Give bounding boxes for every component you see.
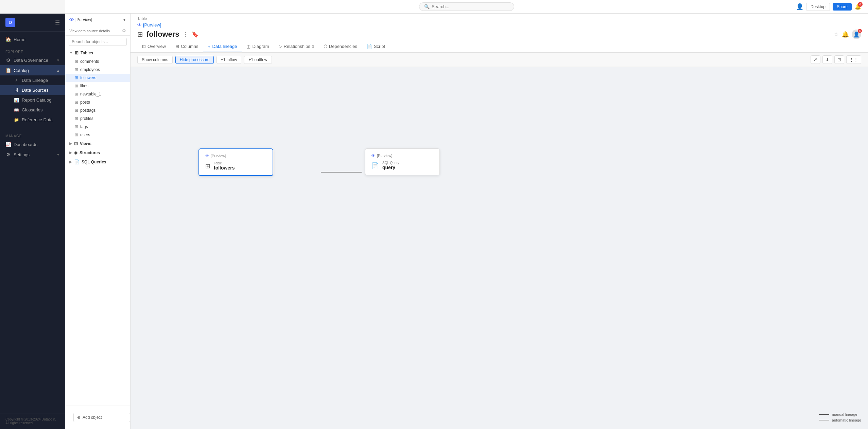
legend-manual: manual lineage — [819, 412, 861, 416]
sidebar-item-settings[interactable]: ⚙ Settings ▼ — [0, 149, 65, 160]
show-columns-button[interactable]: Show columns — [137, 56, 173, 64]
chevron-right-structures-icon: ▶ — [69, 151, 72, 155]
tables-tree-header[interactable]: ▼ ⊞ Tables — [65, 48, 130, 57]
tree-item-followers[interactable]: ⊞ followers — [65, 74, 130, 82]
tables-icon: ⊞ — [75, 50, 79, 55]
sql-query-node-icon: 📄 — [371, 162, 379, 169]
bell-icon[interactable]: 🔔 — [841, 31, 849, 38]
breadcrumb: Table — [137, 14, 861, 21]
purview-link[interactable]: 👁 [Purview] — [137, 22, 161, 28]
query-lineage-node[interactable]: 👁 [Purview] 📄 SQL Query query — [365, 148, 440, 175]
settings-gear-icon[interactable]: ⚙ — [122, 28, 126, 33]
node-body-followers: ⊞ Table followers — [205, 161, 266, 171]
glossaries-icon: 📖 — [14, 108, 19, 112]
sidebar-item-glossaries[interactable]: 📖 Glossaries — [0, 105, 65, 115]
purview-eye-node-icon: 👁 — [205, 154, 209, 158]
tab-overview[interactable]: ⊡ Overview — [137, 41, 171, 52]
title-and-actions-row: ⊞ followers ⋮ 🔖 ☆ 🔔 👤 0 — [137, 29, 861, 41]
dashboards-icon: 📈 — [5, 142, 11, 147]
sidebar-item-dashboards[interactable]: 📈 Dashboards — [0, 139, 65, 149]
sql-queries-tree-header[interactable]: ▶ 📄 SQL Queries — [65, 157, 130, 166]
data-sources-icon: 🗄 — [14, 88, 19, 93]
download-icon-btn[interactable]: ⬇ — [822, 55, 832, 64]
desktop-button[interactable]: Desktop — [806, 3, 830, 11]
relationships-icon: ▷ — [279, 44, 282, 49]
sql-icon: 📄 — [74, 159, 80, 164]
outflow-button[interactable]: +1 outflow — [244, 56, 272, 64]
tab-columns[interactable]: ⊞ Columns — [171, 41, 203, 52]
node-name-followers: followers — [214, 165, 235, 171]
view-details-row[interactable]: View data source details ⚙ — [65, 26, 130, 36]
user-icon: 👤 — [796, 3, 803, 11]
lineage-legend: manual lineage automatic lineage — [819, 412, 861, 422]
search-bar[interactable]: 🔍 — [419, 2, 514, 11]
notifications-icon[interactable]: 🔔 0 — [854, 3, 861, 10]
tree-item-tags[interactable]: ⊞ tags — [65, 123, 130, 131]
tab-script[interactable]: 📄 Script — [362, 41, 390, 52]
lineage-toolbar: Show columns Hide processors +1 inflow +… — [131, 53, 868, 67]
sidebar-item-catalog[interactable]: 📋 Catalog ▲ — [0, 65, 65, 75]
tree-item-comments[interactable]: ⊞ comments — [65, 57, 130, 66]
sidebar-item-data-sources[interactable]: 🗄 Data Sources — [0, 85, 65, 95]
table-icon: ⊞ — [75, 75, 78, 80]
chevron-right-views-icon: ▶ — [69, 142, 72, 145]
star-icon[interactable]: ☆ — [833, 31, 839, 38]
sidebar-logo-area: D ☰ — [0, 14, 65, 32]
chevron-down-icon: ▼ — [56, 58, 60, 62]
search-objects-box[interactable] — [65, 36, 130, 48]
hide-processors-button[interactable]: Hide processors — [175, 56, 214, 64]
sidebar-item-data-governance[interactable]: ⚙ Data Governance ▼ — [0, 55, 65, 65]
title-row: 👁 [Purview] — [137, 21, 861, 29]
node-type-query-label: SQL Query — [382, 161, 399, 165]
views-tree-header[interactable]: ▶ ⊡ Views — [65, 139, 130, 148]
sidebar-item-data-lineage[interactable]: ⑃ Data Lineage — [0, 75, 65, 85]
script-icon: 📄 — [367, 44, 372, 49]
sidebar-item-report-catalog[interactable]: 📊 Report Catalog — [0, 95, 65, 105]
collapse-sidebar-icon[interactable]: ☰ — [55, 19, 60, 26]
chevron-down-datasource-icon[interactable]: ▼ — [123, 18, 126, 22]
tree-item-profiles[interactable]: ⊞ profiles — [65, 114, 130, 123]
lineage-icon: ⑃ — [208, 44, 210, 49]
tree-item-posttags[interactable]: ⊞ posttags — [65, 106, 130, 114]
share-button[interactable]: Share — [833, 3, 852, 11]
tree-item-likes[interactable]: ⊞ likes — [65, 82, 130, 90]
logo: D — [5, 18, 15, 27]
tab-data-lineage[interactable]: ⑃ Data lineage — [203, 41, 242, 52]
lineage-canvas[interactable]: 👁 [Purview] ⊞ Table followers 👁 [Purview… — [131, 67, 868, 429]
more-options-icon[interactable]: ⋮ — [183, 31, 188, 38]
add-object-button[interactable]: ⊕ Add object — [73, 413, 130, 422]
reference-data-icon: 📁 — [14, 118, 19, 122]
sidebar-item-home[interactable]: 🏠 Home — [0, 34, 65, 44]
zoom-fit-icon-btn[interactable]: ⊡ — [834, 55, 844, 64]
catalog-icon: 📋 — [5, 68, 11, 73]
datasource-header[interactable]: 👁 [Purview] ▼ — [65, 14, 130, 26]
node-source-followers: 👁 [Purview] — [205, 154, 266, 158]
more-options-lineage-btn[interactable]: ⋮⋮ — [846, 55, 861, 64]
followers-lineage-node[interactable]: 👁 [Purview] ⊞ Table followers — [198, 148, 273, 176]
tree-item-users[interactable]: ⊞ users — [65, 131, 130, 139]
tree-item-employees[interactable]: ⊞ employees — [65, 66, 130, 74]
expand-icon-btn[interactable]: ⤢ — [811, 55, 820, 64]
table-node-icon: ⊞ — [205, 162, 210, 170]
sidebar-item-reference-data[interactable]: 📁 Reference Data — [0, 115, 65, 125]
tab-relationships[interactable]: ▷ Relationships 0 — [274, 41, 319, 52]
tree-item-newtable_1[interactable]: ⊞ newtable_1 — [65, 90, 130, 98]
sidebar: D ☰ 🏠 Home EXPLORE ⚙ Data Governance ▼ 📋… — [0, 14, 65, 429]
tree-item-posts[interactable]: ⊞ posts — [65, 98, 130, 106]
chevron-right-sql-icon: ▶ — [69, 160, 72, 164]
tabs-row: ⊡ Overview ⊞ Columns ⑃ Data lineage ◫ Di… — [137, 41, 861, 52]
table-icon: ⊞ — [75, 67, 78, 72]
global-search-input[interactable] — [432, 4, 509, 9]
tab-dependencies[interactable]: ⬡ Dependencies — [319, 41, 362, 52]
bookmark-icon[interactable]: 🔖 — [192, 31, 198, 38]
table-icon: ⊞ — [75, 108, 78, 113]
user-avatar[interactable]: 👤 0 — [852, 30, 861, 39]
settings-icon: ⚙ — [5, 152, 11, 157]
objects-search-input[interactable] — [69, 38, 127, 46]
tab-diagram[interactable]: ◫ Diagram — [242, 41, 274, 52]
inflow-button[interactable]: +1 inflow — [216, 56, 242, 64]
structures-tree-header[interactable]: ▶ ◈ Structures — [65, 148, 130, 157]
sidebar-section-manage: MANAGE — [0, 129, 65, 139]
main-content: Table 👁 [Purview] ⊞ followers ⋮ 🔖 ☆ 🔔 👤 … — [131, 14, 868, 429]
report-catalog-icon: 📊 — [14, 98, 19, 103]
